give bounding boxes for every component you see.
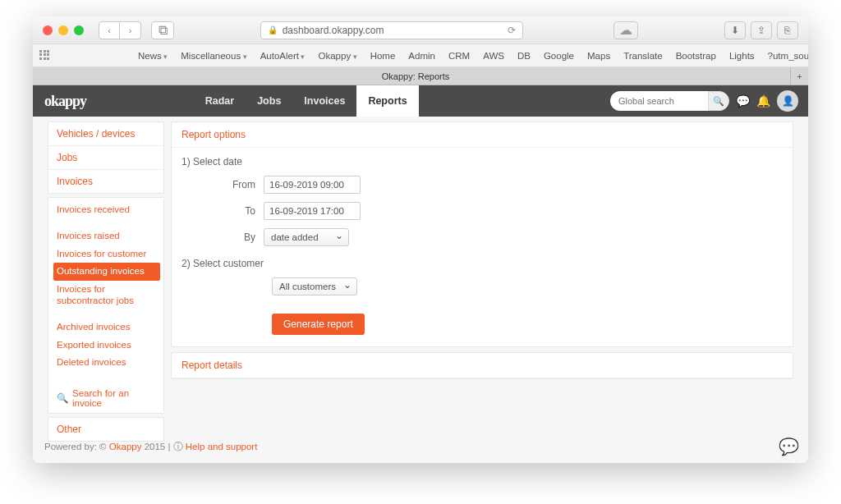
generate-report-button[interactable]: Generate report [272,314,365,335]
bookmark-item[interactable]: Maps [587,51,610,61]
nav-radar[interactable]: Radar [194,85,246,117]
bell-icon[interactable]: 🔔 [756,94,770,108]
info-icon: ⓘ [173,442,186,451]
footer-brand-link[interactable]: Okappy [109,442,142,451]
bookmark-item[interactable]: ?utm_source=i…ign=internal [768,51,808,61]
url-bar[interactable]: 🔒 dashboard.okappy.com ⟳ [260,21,523,39]
help-support-link[interactable]: Help and support [186,442,258,451]
new-tab-button[interactable]: + [790,67,808,85]
global-search-input[interactable] [610,91,709,111]
app-nav: okappy RadarJobsInvoicesReports 🔍 💬 🔔 👤 [33,85,808,117]
main: Report options 1) Select date From To By… [164,117,808,463]
bookmark-item[interactable]: Google [544,51,574,61]
bookmark-bar: NewsMiscellaneousAutoAlertOkappyHomeAdmi… [33,44,808,67]
invoice-item[interactable]: Invoices for subcontractor jobs [48,281,163,310]
chat-bubble-icon[interactable]: 💬 [779,437,797,455]
invoice-submenu: Invoices receivedInvoices raisedInvoices… [48,197,164,414]
from-input[interactable] [264,176,361,194]
forward-button[interactable]: › [120,21,141,39]
report-options-title: Report options [172,122,793,148]
invoice-item[interactable]: Deleted invoices [48,354,163,372]
minimize-icon[interactable] [58,25,68,35]
window-controls [43,25,84,35]
invoice-item[interactable]: Invoices for customer [48,245,163,263]
search-button[interactable]: 🔍 [708,91,729,111]
step2-label: 2) Select customer [182,258,783,269]
search-icon: 🔍 [57,392,68,404]
tab-title[interactable]: Okappy: Reports [41,71,790,81]
bookmark-item[interactable]: DB [517,51,531,61]
share-icon[interactable]: ⇪ [751,21,772,39]
reload-icon[interactable]: ⟳ [508,25,516,36]
step1-label: 1) Select date [182,156,783,167]
bookmark-item[interactable]: CRM [448,51,470,61]
browser-window: ‹ › ⧉ 🔒 dashboard.okappy.com ⟳ ☁ ⬇ ⇪ ⎘ N… [33,16,808,463]
from-label: From [182,179,264,190]
close-icon[interactable] [43,25,53,35]
report-details-title: Report details [172,353,793,378]
bookmark-item[interactable]: Miscellaneous [181,51,246,61]
bookmark-item[interactable]: AWS [483,51,504,61]
lock-icon: 🔒 [268,25,278,34]
by-label: By [182,231,264,243]
to-input[interactable] [264,202,361,220]
nav-buttons: ‹ › [99,21,141,39]
customer-select[interactable]: All customers [272,277,357,296]
nav-reports[interactable]: Reports [356,85,418,117]
download-icon[interactable]: ⬇ [724,21,746,39]
footer: Powered by: © Okappy 2015 | ⓘ Help and s… [44,441,257,453]
url-text: dashboard.okappy.com [283,25,384,36]
sidebar-invoices[interactable]: Invoices [48,170,163,193]
titlebar: ‹ › ⧉ 🔒 dashboard.okappy.com ⟳ ☁ ⬇ ⇪ ⎘ [33,16,808,44]
search-wrap: 🔍 💬 🔔 👤 [610,90,808,112]
icloud-button[interactable]: ☁ [614,21,638,39]
nav-jobs[interactable]: Jobs [246,85,292,117]
back-button[interactable]: ‹ [99,21,120,39]
sidebar-button[interactable]: ⧉ [151,21,174,39]
bookmark-item[interactable]: Home [370,51,396,61]
sidebar-other[interactable]: Other [48,418,163,441]
invoice-item[interactable]: Archived invoices [48,318,163,337]
logo[interactable]: okappy [33,93,98,110]
nav-invoices[interactable]: Invoices [292,85,356,117]
chat-icon[interactable]: 💬 [736,94,750,108]
tab-strip: Okappy: Reports + [33,67,808,85]
report-options-panel: Report options 1) Select date From To By… [171,121,793,347]
invoice-item[interactable]: Invoices raised [48,227,163,245]
bookmark-item[interactable]: Bootstrap [676,51,716,61]
bookmark-item[interactable]: News [138,51,168,61]
invoice-item[interactable]: Exported invoices [48,337,163,355]
fullscreen-icon[interactable] [74,25,84,35]
sidebar-jobs[interactable]: Jobs [48,146,163,170]
bookmark-item[interactable]: AutoAlert [260,51,306,61]
apps-icon[interactable] [39,50,49,62]
avatar[interactable]: 👤 [777,90,798,112]
content: Vehicles / devicesJobsInvoices Invoices … [33,117,808,463]
by-select[interactable]: date added [264,228,349,246]
bookmark-item[interactable]: Translate [623,51,663,61]
sidebar-vehicles-devices[interactable]: Vehicles / devices [48,122,163,146]
search-invoice-link[interactable]: 🔍 Search for an invoice [48,383,163,413]
invoice-item[interactable]: Outstanding invoices [53,263,160,281]
toolbar-right: ⬇ ⇪ ⎘ [724,21,798,39]
to-label: To [182,205,264,217]
bookmark-item[interactable]: Admin [408,51,435,61]
sidebar: Vehicles / devicesJobsInvoices Invoices … [33,117,164,463]
bookmark-item[interactable]: Lights [729,51,755,61]
tabs-icon[interactable]: ⎘ [777,21,798,39]
bookmark-item[interactable]: Okappy [319,51,357,61]
report-details-panel: Report details [171,352,793,379]
invoice-item[interactable]: Invoices received [48,201,163,219]
